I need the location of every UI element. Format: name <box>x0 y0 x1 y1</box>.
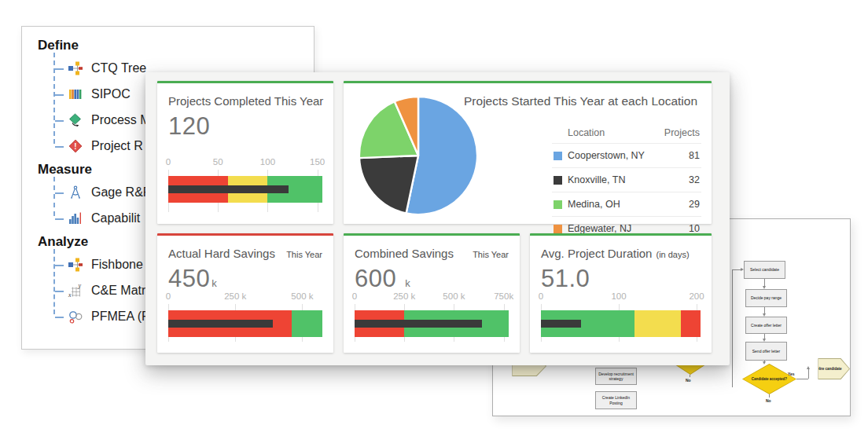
metric-suffix: k <box>211 277 217 289</box>
metric-value: 600 k <box>344 260 520 293</box>
card-period-badge: This Year <box>286 250 322 259</box>
svg-text:x: x <box>68 291 72 298</box>
sidebar-item-label: Gage R&R <box>91 185 152 200</box>
legend-header-location: Location <box>568 127 605 138</box>
flow-decision-label: Candidate accepted? <box>743 365 796 394</box>
card-title: Projects Started This Year at each Locat… <box>464 94 697 108</box>
metric-value: 450k <box>157 260 333 293</box>
flow-connector <box>808 369 809 379</box>
project-risk-icon: ! <box>68 139 83 153</box>
bullet-zone <box>292 310 322 337</box>
card-title: Combined Savings <box>355 247 454 260</box>
metric-value: 51.0 <box>530 260 712 293</box>
bullet-tick-label: 250 k <box>393 291 415 301</box>
bullet-chart-combined-savings: 0250 k500 k750k <box>355 291 509 342</box>
flow-connector <box>764 307 765 313</box>
bullet-value-bar <box>168 185 289 193</box>
flow-box-select-candidate[interactable]: Select candidate <box>744 261 785 279</box>
pie-legend: Location Projects Cooperstown, NY 81 Kno… <box>552 123 701 240</box>
sipoc-icon <box>68 87 83 101</box>
pie-chart-locations <box>358 95 479 216</box>
process-map-icon <box>68 113 83 127</box>
bullet-tick-label: 200 <box>689 291 704 301</box>
bullet-tick-label: 750k <box>494 291 513 301</box>
legend-row: Cooperstown, NY 81 <box>552 143 701 167</box>
metric-value: 120 <box>157 108 333 141</box>
bullet-tick-label: 500 k <box>443 291 465 301</box>
flow-terminator-label: Hire candidate <box>810 359 849 379</box>
card-projects-completed: Projects Completed This Year 120 0501001… <box>157 81 333 224</box>
sidebar-item-label: C&E Matr <box>91 284 145 298</box>
legend-chip <box>554 200 562 209</box>
flow-terminator-hire-candidate[interactable]: Hire candidate <box>809 358 850 379</box>
bullet-chart-hard-savings: 0250 k500 k <box>168 291 322 342</box>
svg-text:!: ! <box>74 141 76 150</box>
sidebar-item-label: PFMEA (P <box>91 310 150 324</box>
flow-connector <box>690 375 690 377</box>
legend-value: 29 <box>689 199 700 210</box>
gage-rr-icon <box>68 185 83 200</box>
legend-label: Cooperstown, NY <box>568 150 645 161</box>
bullet-tick-label: 0 <box>352 291 357 301</box>
flow-decision-candidate-accepted[interactable]: Candidate accepted? <box>742 364 796 394</box>
bullet-tick-label: 0 <box>539 291 543 301</box>
legend-value: 32 <box>689 174 700 185</box>
bullet-value-bar <box>168 320 273 328</box>
bullet-chart-projects-completed: 050100150 <box>168 157 322 212</box>
flow-box-create-linkedin-posting[interactable]: Create LinkedIn Posting <box>595 391 637 409</box>
bullet-tick-label: 150 <box>310 157 325 167</box>
capability-icon <box>68 211 83 225</box>
flow-box-create-offer-letter[interactable]: Create offer letter <box>745 317 787 334</box>
svg-text:y: y <box>78 284 82 289</box>
bullet-band <box>168 176 322 203</box>
legend-label: Medina, OH <box>568 199 620 210</box>
sidebar-item-label: Capabilit <box>91 211 140 225</box>
bullet-band <box>541 310 701 337</box>
legend-chip <box>554 176 562 185</box>
screen: Define CTQ Tree SIPOC <box>0 0 868 436</box>
bullet-zone <box>634 310 681 337</box>
legend-row: Knoxville, TN 32 <box>552 167 701 192</box>
legend-label: Edgewater, NJ <box>568 223 631 234</box>
card-avg-project-duration: Avg. Project Duration (in days) 51.0 010… <box>530 233 712 353</box>
bullet-tick-label: 100 <box>611 291 626 301</box>
ce-matrix-icon: xy <box>68 284 83 298</box>
card-actual-hard-savings: Actual Hard Savings This Year 450k 0250 … <box>157 233 333 353</box>
flow-arrowhead <box>763 361 766 365</box>
legend-label: Knoxville, TN <box>568 174 625 185</box>
fishbone-icon <box>68 258 83 272</box>
flow-connector <box>764 279 765 286</box>
flow-label-no: No <box>686 378 691 383</box>
bullet-tick-label: 50 <box>213 157 223 167</box>
bullet-tick-label: 0 <box>166 291 171 301</box>
bullet-band <box>168 310 322 337</box>
bullet-zone <box>681 310 701 337</box>
bullet-tick-label: 500 k <box>291 291 313 301</box>
legend-header-projects: Projects <box>664 127 700 138</box>
flow-connector <box>732 269 733 387</box>
sidebar-item-label: SIPOC <box>91 87 131 101</box>
card-period-badge: This Year <box>473 250 509 259</box>
legend-value: 81 <box>689 150 700 161</box>
card-title: Actual Hard Savings <box>168 247 275 260</box>
flow-connector <box>732 269 741 270</box>
bullet-band <box>355 310 509 337</box>
flow-box-send-offer-letter[interactable]: Send offer letter <box>745 342 787 361</box>
legend-chip <box>554 225 562 233</box>
dashboard-page: Projects Completed This Year 120 0501001… <box>145 72 730 365</box>
flow-box-develop-recruitment-strategy[interactable]: Develop recruitment strategy <box>595 368 637 385</box>
flow-label-yes: Yes <box>788 372 795 376</box>
legend-header-row: Location Projects <box>552 123 701 143</box>
bullet-tick-label: 250 k <box>224 291 246 301</box>
card-title: Projects Completed This Year <box>168 94 323 108</box>
legend-value: 10 <box>689 223 700 234</box>
bullet-chart-duration: 0100200 <box>541 291 701 342</box>
flow-box-decide-pay-range[interactable]: Decide pay range <box>745 289 787 307</box>
card-title: Avg. Project Duration <box>541 247 652 260</box>
sidebar-item-label: Fishbone <box>91 258 143 272</box>
card-combined-savings: Combined Savings This Year 600 k 0250 k5… <box>344 233 520 353</box>
pfmea-icon <box>68 310 83 324</box>
legend-chip <box>554 152 562 160</box>
card-projects-started-locations: Projects Started This Year at each Locat… <box>344 81 712 224</box>
ctq-tree-icon <box>68 61 83 75</box>
